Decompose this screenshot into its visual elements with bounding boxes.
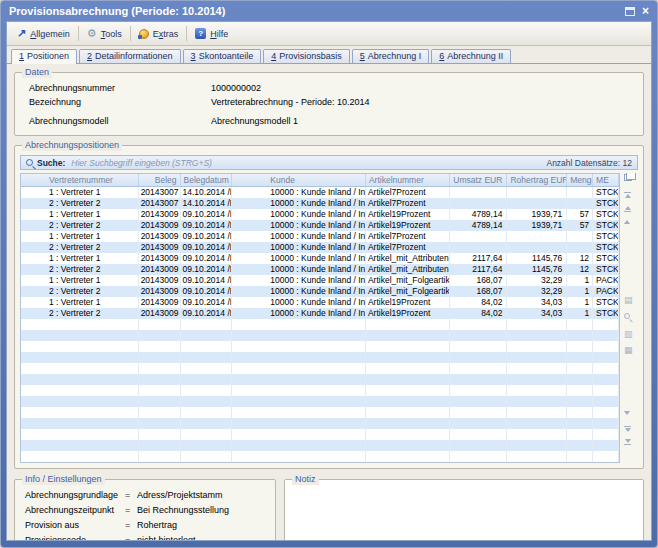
col-artikelnummer[interactable]: Artikelnummer xyxy=(366,174,450,186)
table-row-empty[interactable] xyxy=(21,341,619,352)
col-kunde[interactable]: Kunde xyxy=(232,174,366,186)
table-row[interactable]: 2 : Vertreter 22014300909.10.2014 /Do100… xyxy=(21,308,619,319)
title-bar: Provisionsabrechnung (Periode: 10.2014) … xyxy=(6,1,652,21)
copy-grid-icon[interactable] xyxy=(624,174,632,181)
field-chooser-icon[interactable]: ▥ xyxy=(624,329,633,339)
equals-sign: = xyxy=(125,490,137,500)
equals-sign: = xyxy=(125,505,137,515)
abrechnungszeitpunkt-label: Abrechnungszeitpunkt xyxy=(25,505,125,515)
table-row-empty[interactable] xyxy=(21,352,619,363)
close-icon[interactable]: × xyxy=(642,6,649,16)
abrechnungsnummer-label: Abrechnungsnummer xyxy=(29,83,211,93)
col-umsatz[interactable]: Umsatz EUR xyxy=(450,174,508,186)
equals-sign: = xyxy=(125,535,137,540)
app-window: Provisionsabrechnung (Periode: 10.2014) … xyxy=(0,0,658,548)
search-bar[interactable]: Suche: Hier Suchbegriff eingeben (STRG+S… xyxy=(20,155,638,170)
search-label: Suche: xyxy=(37,158,65,168)
filter-icon[interactable]: ▦ xyxy=(624,345,633,355)
table-row[interactable]: 2 : Vertreter 22014300909.10.2014 /Do100… xyxy=(21,242,619,253)
table-row-empty[interactable] xyxy=(21,374,619,385)
table-row-empty[interactable] xyxy=(21,319,619,330)
table-row[interactable]: 2 : Vertreter 22014300909.10.2014 /Do100… xyxy=(21,220,619,231)
provisionscode-label: Provisionscode verwenden xyxy=(25,535,125,540)
positions-table: Vertreternummer Beleg Belegdatum Kunde A… xyxy=(20,173,620,463)
search-input[interactable]: Hier Suchbegriff eingeben (STRG+S) xyxy=(71,158,546,168)
abrechnungsgrundlage-label: Abrechnungsgrundlage xyxy=(25,490,125,500)
table-row-empty[interactable] xyxy=(21,429,619,440)
table-row-empty[interactable] xyxy=(21,418,619,429)
table-row-empty[interactable] xyxy=(21,440,619,451)
info-legend: Info / Einstellungen xyxy=(22,474,105,485)
bezeichnung-value: Vertreterabrechnung - Periode: 10.2014 xyxy=(211,97,370,107)
table-row[interactable]: 1 : Vertreter 12014300714.10.2014 /Di100… xyxy=(21,187,619,198)
abrechnungszeitpunkt-value: Bei Rechnungsstellung xyxy=(137,505,229,515)
col-belegdatum[interactable]: Belegdatum xyxy=(181,174,233,186)
help-icon: ? xyxy=(195,28,206,39)
table-row[interactable]: 1 : Vertreter 12014300909.10.2014 /Do100… xyxy=(21,209,619,220)
scroll-to-top-icon[interactable] xyxy=(624,191,631,198)
table-row-empty[interactable] xyxy=(21,363,619,374)
abrechnungspositionen-groupbox: Abrechnungspositionen Suche: Hier Suchbe… xyxy=(14,145,644,469)
table-row[interactable]: 2 : Vertreter 22014300909.10.2014 /Do100… xyxy=(21,264,619,275)
tab-strip: 1Positionen 2Detailinformationen 3Skonto… xyxy=(7,46,651,64)
table-row[interactable]: 1 : Vertreter 12014300909.10.2014 /Do100… xyxy=(21,275,619,286)
zoom-icon[interactable] xyxy=(624,311,630,321)
notiz-groupbox: Notiz xyxy=(284,479,644,540)
menu-hilfe[interactable]: ? Hilfe xyxy=(187,22,236,45)
col-menge[interactable]: Menge xyxy=(567,174,593,186)
tab-abrechnung-1[interactable]: 5Abrechnung I xyxy=(352,49,430,63)
provision-aus-value: Rohertrag xyxy=(137,520,177,530)
table-row[interactable]: 1 : Vertreter 12014300909.10.2014 /Do100… xyxy=(21,297,619,308)
daten-groupbox: Daten Abrechnungsnummer 1000000002 Bezei… xyxy=(14,72,644,136)
tab-detailinformationen[interactable]: 2Detailinformationen xyxy=(79,49,181,63)
table-row[interactable]: 1 : Vertreter 12014300909.10.2014 /Do100… xyxy=(21,231,619,242)
abrechnungsmodell-value: Abrechnungsmodell 1 xyxy=(211,116,298,126)
abrechnungsgrundlage-value: Adress/Projektstamm xyxy=(137,490,223,500)
daten-legend: Daten xyxy=(22,67,52,78)
col-me[interactable]: ME xyxy=(593,174,619,186)
extras-icon xyxy=(139,29,149,39)
provision-aus-label: Provision aus xyxy=(25,520,125,530)
table-row-empty[interactable] xyxy=(21,407,619,418)
step-up-icon[interactable] xyxy=(624,220,630,224)
step-down-icon[interactable] xyxy=(624,411,630,415)
table-header: Vertreternummer Beleg Belegdatum Kunde A… xyxy=(21,174,619,187)
tab-skontoanteile[interactable]: 3Skontoanteile xyxy=(183,49,262,63)
provisionscode-value: nicht hinterlegt xyxy=(137,535,196,540)
table-row-empty[interactable] xyxy=(21,451,619,462)
col-rohertrag[interactable]: Rohertrag EUR xyxy=(507,174,567,186)
table-row-empty[interactable] xyxy=(21,330,619,341)
bezeichnung-label: Bezeichnung xyxy=(29,97,211,107)
tab-provisionsbasis[interactable]: 4Provisionsbasis xyxy=(263,49,350,63)
menu-extras[interactable]: Extras xyxy=(131,22,187,45)
abrechnungsmodell-label: Abrechnungsmodell xyxy=(29,116,211,126)
notiz-textarea[interactable] xyxy=(285,480,643,540)
table-row-empty[interactable] xyxy=(21,396,619,407)
col-vertreternummer[interactable]: Vertreternummer xyxy=(21,174,139,186)
scroll-to-bottom-icon[interactable] xyxy=(624,439,631,446)
table-side-toolbar: ▤ ▥ ▦ xyxy=(622,173,638,463)
window-title: Provisionsabrechnung (Periode: 10.2014) xyxy=(9,5,625,17)
tab-abrechnung-2[interactable]: 6Abrechnung II xyxy=(431,49,511,63)
gear-icon: ⚙ xyxy=(87,27,97,40)
equals-sign: = xyxy=(125,520,137,530)
menu-allgemein[interactable]: ↗ Allgemein xyxy=(9,22,78,45)
info-einstellungen-groupbox: Info / Einstellungen Abrechnungsgrundlag… xyxy=(14,479,276,540)
table-row[interactable]: 2 : Vertreter 22014300909.10.2014 /Do100… xyxy=(21,286,619,297)
abrechnungspositionen-legend: Abrechnungspositionen xyxy=(22,140,122,151)
detail-view-icon[interactable]: ▤ xyxy=(624,295,633,305)
arrow-up-right-icon: ↗ xyxy=(17,27,26,40)
col-beleg[interactable]: Beleg xyxy=(139,174,181,186)
abrechnungsnummer-value: 1000000002 xyxy=(211,83,261,93)
restore-icon[interactable] xyxy=(625,7,635,16)
menu-tools[interactable]: ⚙ Tools xyxy=(79,22,130,45)
table-row[interactable]: 1 : Vertreter 12014300909.10.2014 /Do100… xyxy=(21,253,619,264)
page-down-icon[interactable] xyxy=(624,425,631,432)
table-row[interactable]: 2 : Vertreter 22014300714.10.2014 /Di100… xyxy=(21,198,619,209)
table-body: 1 : Vertreter 12014300714.10.2014 /Di100… xyxy=(21,187,619,462)
record-count: Anzahl Datensätze: 12 xyxy=(546,158,632,168)
menu-bar: ↗ Allgemein ⚙ Tools Extras ? Hilfe xyxy=(7,22,651,46)
table-row-empty[interactable] xyxy=(21,385,619,396)
page-up-icon[interactable] xyxy=(624,206,631,213)
tab-positionen[interactable]: 1Positionen xyxy=(11,49,77,64)
